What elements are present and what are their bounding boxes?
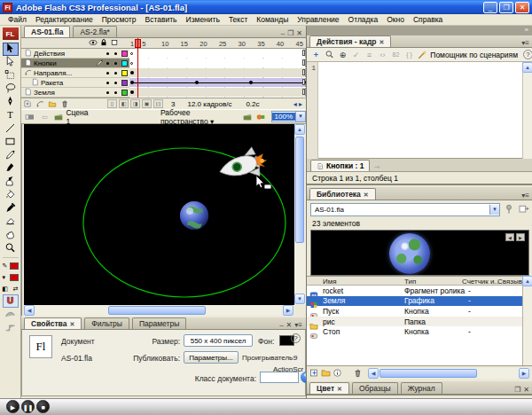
- doc-tab-AS01fla[interactable]: AS-01.fla: [24, 26, 70, 37]
- library-vertical-scrollbar[interactable]: ▲: [522, 276, 532, 365]
- swap-colors-icon[interactable]: ⇄: [13, 286, 19, 292]
- tab-close-icon[interactable]: ✕: [337, 386, 342, 392]
- frame-span[interactable]: [129, 49, 306, 58]
- library-column-1[interactable]: Имя: [323, 278, 337, 286]
- rocket-symbol[interactable]: [215, 145, 270, 187]
- panel-close-icon[interactable]: ✕: [523, 386, 529, 394]
- line-tool[interactable]: [3, 122, 19, 136]
- lock-layers-icon[interactable]: [99, 38, 108, 49]
- scene-name[interactable]: Сцена 1: [66, 108, 91, 126]
- panel-restore-icon[interactable]: ❐: [514, 386, 520, 394]
- minimize-button[interactable]: _: [483, 2, 497, 13]
- publish-settings-button[interactable]: Параметры...: [184, 351, 239, 364]
- scroll-right-icon[interactable]: ▶: [519, 368, 529, 379]
- pen-tool[interactable]: [3, 96, 19, 109]
- stage-canvas[interactable]: [24, 124, 294, 305]
- menu-5[interactable]: Изменить: [182, 15, 224, 24]
- scroll-left-icon[interactable]: ◀: [24, 305, 35, 316]
- zoom-combo[interactable]: 100% ▼: [271, 111, 306, 122]
- layer-row-2[interactable]: Кнопки: [21, 59, 129, 68]
- doc-tab-AS2fla[interactable]: AS-2.fla*: [73, 26, 117, 37]
- menu-1[interactable]: Файл: [4, 15, 31, 24]
- layer-visible-dot[interactable]: [106, 91, 109, 94]
- layer-row-1[interactable]: Действия: [21, 49, 129, 59]
- panel-menu-icon[interactable]: ▾≡: [521, 192, 529, 200]
- pause-icon[interactable]: ❚❚: [21, 400, 35, 413]
- keyframe-f1[interactable]: [130, 71, 134, 74]
- keyframe-f32[interactable]: [249, 81, 253, 84]
- rectangle-tool[interactable]: [3, 136, 19, 149]
- bottom-tab-2[interactable]: Образцы: [352, 382, 398, 394]
- subselection-tool[interactable]: [3, 56, 19, 69]
- library-horizontal-scrollbar[interactable]: ◀ ▶: [368, 368, 529, 379]
- show-hide-layers-icon[interactable]: [89, 38, 98, 49]
- stop-icon[interactable]: ■: [36, 400, 50, 413]
- menu-11[interactable]: Справка: [409, 15, 447, 24]
- library-column-headers[interactable]: ИмяТипСчетчик и...Связыван...: [307, 276, 522, 286]
- scroll-down-icon[interactable]: ▼: [294, 294, 305, 304]
- bottom-tab-3[interactable]: Журнал: [401, 382, 442, 394]
- library-item-рис[interactable]: рисПапка: [307, 317, 522, 327]
- onion-skin-outlines-icon[interactable]: ◨: [130, 99, 140, 108]
- layer-lock-dot[interactable]: [114, 62, 117, 65]
- timeline-toggle-icon[interactable]: [25, 113, 35, 121]
- insert-layer-icon[interactable]: [23, 99, 32, 108]
- edit-symbols-icon[interactable]: [256, 113, 266, 121]
- library-item-Пуск[interactable]: ПускКнопка-: [307, 306, 522, 317]
- new-library-panel-icon[interactable]: [518, 204, 529, 215]
- play-icon[interactable]: ▶: [6, 400, 20, 413]
- layer-name[interactable]: Направля...: [34, 69, 104, 77]
- fill-color-swatch[interactable]: [10, 274, 19, 281]
- edit-scene-icon[interactable]: [243, 113, 253, 121]
- layer-frames-3[interactable]: [129, 68, 314, 77]
- panel-close-icon[interactable]: ✕: [286, 321, 293, 329]
- library-item-Стоп[interactable]: СтопКнопка-: [307, 326, 522, 337]
- layer-name[interactable]: Действия: [34, 50, 104, 58]
- library-document-select[interactable]: AS-01.fla ▼: [310, 203, 500, 216]
- fill-color-control[interactable]: ▾: [2, 271, 20, 283]
- doc-minimize-icon[interactable]: –: [281, 29, 285, 37]
- layer-frames-5[interactable]: [129, 88, 314, 97]
- scroll-thumb[interactable]: [379, 369, 477, 378]
- layer-row-3[interactable]: Направля...: [21, 68, 129, 78]
- add-script-icon[interactable]: +: [310, 49, 322, 60]
- frame-span[interactable]: [129, 78, 306, 87]
- new-folder-icon[interactable]: [321, 368, 331, 378]
- panel-menu-icon[interactable]: ▾≡: [294, 321, 302, 329]
- library-item-Земля[interactable]: ЗемляГрафика-: [307, 296, 522, 307]
- properties-tab-1[interactable]: Свойства✕: [24, 317, 82, 329]
- size-button[interactable]: 550 x 400 пиксел: [184, 334, 253, 347]
- script-assist-button[interactable]: Помощник по сценариям: [417, 50, 521, 60]
- scroll-up-icon[interactable]: ▲: [294, 124, 305, 135]
- frame-span[interactable]: [129, 68, 306, 77]
- scroll-thumb[interactable]: [108, 306, 206, 315]
- stroke-color-swatch[interactable]: [10, 262, 19, 270]
- play-preview-back-icon[interactable]: ◀: [505, 233, 514, 241]
- delete-layer-icon[interactable]: [60, 99, 69, 108]
- menu-8[interactable]: Управление: [293, 15, 343, 24]
- doc-close-icon[interactable]: ✕: [296, 29, 302, 37]
- eraser-tool[interactable]: [3, 215, 19, 229]
- keyframe-f1[interactable]: [130, 90, 134, 94]
- color-options[interactable]: ◧ ⇄: [2, 283, 20, 294]
- layer-row-5[interactable]: Земля: [21, 88, 129, 98]
- layer-name[interactable]: Земля: [34, 89, 104, 97]
- insert-layer-folder-icon[interactable]: [48, 99, 57, 108]
- tab-actions-frame[interactable]: Действия - кадр✕: [309, 35, 391, 47]
- library-item-rocket[interactable]: rocketФрагмент ролика-: [307, 286, 522, 296]
- panel-menu-icon[interactable]: ▾≡: [521, 39, 529, 47]
- pencil-tool[interactable]: [3, 149, 19, 162]
- ink-bottle-tool[interactable]: [3, 176, 19, 189]
- stage-horizontal-scrollbar[interactable]: ◀ ▶: [24, 305, 294, 316]
- layer-name[interactable]: Кнопки: [34, 59, 96, 67]
- properties-tab-2[interactable]: Фильтры: [84, 317, 129, 329]
- item-properties-icon[interactable]: [332, 368, 342, 378]
- menu-7[interactable]: Команды: [252, 15, 293, 24]
- keyframe-f1[interactable]: [130, 52, 133, 55]
- snap-to-objects-toggle[interactable]: [3, 294, 19, 308]
- document-class-input[interactable]: [260, 372, 299, 383]
- layer-lock-dot[interactable]: [114, 91, 117, 94]
- menu-9[interactable]: Отладка: [344, 15, 383, 24]
- script-vertical-scrollbar[interactable]: ▲: [522, 62, 532, 159]
- layer-name[interactable]: Ракета: [41, 79, 104, 87]
